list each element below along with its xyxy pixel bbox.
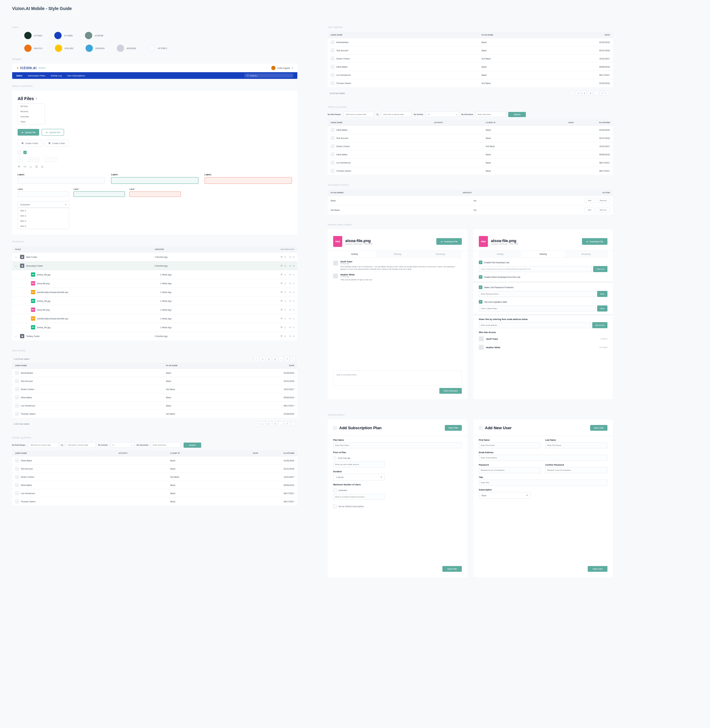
file-row[interactable]: EPSaddditionally-thisisanotherfile.eps1 … — [12, 314, 297, 323]
tab-activity-2[interactable]: Activity — [479, 251, 522, 257]
activity-row[interactable]: ☺Olivia BatesBasic05/06/2010 — [12, 481, 297, 489]
activity-select-2[interactable]: All▾ — [426, 111, 459, 117]
dropdown-item[interactable]: Item 4 — [18, 224, 69, 229]
page-number[interactable]: 2 — [266, 356, 271, 361]
duration-select[interactable]: 1 Month▾ — [333, 474, 385, 480]
user-row[interactable]: ☺Test AccountBasic02/21/2018 — [328, 46, 613, 54]
page-number[interactable]: ... — [279, 356, 283, 361]
checkbox-default[interactable] — [333, 505, 336, 508]
nav-item[interactable]: Subscription Plans — [28, 75, 45, 77]
activity-row[interactable]: ☺Olivia BatesBasic01/03/2016 — [328, 126, 613, 134]
nav-item[interactable]: Activity Log — [51, 75, 62, 77]
upload-file-button-outline[interactable]: ☁Upload File — [41, 129, 64, 136]
download-link[interactable]: https://mobile.panzuracloud.com/file/pub… — [479, 266, 592, 272]
title-input[interactable] — [479, 480, 607, 486]
user-row[interactable]: ☺Sriram CheluriNot Basic10/31/2017 — [328, 54, 613, 63]
search-button-2[interactable]: Search — [508, 112, 526, 117]
menu-item[interactable]: Recents — [18, 109, 45, 114]
activity-select[interactable]: All▾ — [110, 442, 134, 448]
file-row[interactable]: PNGalsoa-file.png1 Week Ago👁 1 ⚯ 1 — [12, 279, 297, 287]
activity-row[interactable]: ☺Sriram CheluriNot Basic10/31/2017 — [12, 473, 297, 481]
upload-file-button[interactable]: ☁Upload File — [18, 129, 39, 136]
create-folder-button-2[interactable]: ▦Create Folder — [45, 140, 69, 146]
nav-item[interactable]: User Subscriptions — [67, 75, 85, 77]
dropdown[interactable]: Dropdown▾ — [18, 201, 69, 208]
date-to[interactable] — [66, 442, 96, 448]
password-input[interactable] — [479, 291, 596, 297]
page-next-2[interactable]: › — [35, 157, 40, 162]
username-input-2[interactable] — [475, 111, 506, 117]
create-folder-button[interactable]: ▦Create Folder — [18, 140, 42, 146]
search-button[interactable]: Search — [183, 442, 201, 448]
user-row[interactable]: ☺Test AccountBasic02/21/2018 — [12, 377, 297, 385]
page-number[interactable]: ... — [279, 421, 283, 426]
save-password-button[interactable]: Save — [597, 291, 607, 297]
date-from[interactable] — [28, 442, 58, 448]
expand-icon[interactable]: > — [15, 256, 18, 258]
page-number[interactable]: 1 — [576, 91, 581, 95]
file-row[interactable]: PNGalsoa-file.png1 Week Ago👁 1 ⚯ 1 — [12, 305, 297, 314]
page-prev[interactable]: ‹ — [254, 421, 259, 426]
nav-item[interactable]: Users — [16, 75, 22, 77]
subscription-select[interactable]: Basic▾ — [479, 492, 530, 499]
toggle-download-link[interactable]: ✓ — [479, 261, 483, 264]
file-row[interactable]: JPGthisisa_file.jpg1 Week Ago👁 1 ⚯ 1 — [12, 323, 297, 331]
confirm-password-field[interactable] — [545, 467, 607, 473]
first-name-input[interactable] — [479, 442, 541, 448]
activity-row[interactable]: ☺Thomas OwensBasic08/17/2017 — [328, 167, 613, 175]
nav-search[interactable]: ⊙ Search... — [245, 73, 293, 78]
input-default[interactable] — [18, 177, 105, 184]
menu-item[interactable]: All Files — [18, 104, 45, 109]
expand-icon[interactable]: v — [15, 265, 18, 267]
plan-name-input[interactable] — [333, 442, 462, 448]
expiration-input[interactable] — [479, 305, 596, 312]
page-number[interactable]: 3 — [273, 421, 277, 426]
post-comment-button[interactable]: Post Comment — [439, 388, 462, 394]
input-focus[interactable] — [111, 177, 198, 184]
page-number[interactable]: 7 — [600, 91, 605, 95]
page-number[interactable]: 3 — [588, 91, 593, 95]
input-small[interactable] — [18, 191, 69, 197]
download-button[interactable]: ☁Download File — [436, 238, 462, 245]
menu-item[interactable]: Favorites — [18, 114, 45, 119]
activity-row[interactable]: ☺Olivia BatesBasic05/06/2010 — [328, 150, 613, 158]
edit-button[interactable]: Edit — [585, 198, 594, 203]
toggle-password[interactable]: ✓ — [479, 286, 483, 289]
edit-button[interactable]: Edit — [585, 208, 594, 212]
radio-free[interactable] — [333, 457, 336, 460]
download-button-2[interactable]: ☁Download File — [582, 238, 607, 245]
comment-input[interactable]: Add a comment here... — [333, 371, 462, 385]
activity-row[interactable]: ☺Lori HendersonBasic08/17/2017 — [12, 489, 297, 497]
activity-row[interactable]: ☺Olivia BatesBasic01/03/2016 — [12, 456, 297, 464]
menu-item[interactable]: Trash — [18, 119, 45, 125]
checkbox-unlimited[interactable] — [333, 489, 336, 492]
activity-row[interactable]: ☺Test AccountBasic02/21/2018 — [12, 464, 297, 473]
file-row[interactable]: JPGthisisa_file.jpg1 Week Ago👁 1 ⚯ 1 — [12, 270, 297, 279]
file-row[interactable]: v▦Secondary Folder2 Months Ago👁 8 ⚯ 0 — [12, 261, 297, 270]
page-next[interactable]: › — [18, 157, 22, 162]
date-from-2[interactable] — [343, 111, 374, 117]
save-plan-top[interactable]: Save Plan — [445, 425, 462, 431]
file-row[interactable]: EPSaddditionally-thisisanotherfile.eps1 … — [12, 287, 297, 296]
page-prev[interactable]: ‹ — [28, 157, 33, 162]
dropdown-item[interactable]: Item 3 — [18, 218, 69, 224]
tab-sharing-2[interactable]: Sharing — [522, 251, 564, 257]
all-files-title[interactable]: All Files▾ — [18, 96, 292, 101]
remove-button[interactable]: Remove — [597, 198, 610, 203]
activity-row[interactable]: ☺Thomas OwensBasic08/17/2017 — [12, 497, 297, 505]
max-users-input[interactable] — [333, 494, 385, 500]
tab-activity[interactable]: Activity — [333, 251, 376, 257]
user-row[interactable]: ☺Thomas OwensNot Basic01/03/2016 — [12, 410, 297, 418]
tab-versions[interactable]: Version(s) — [419, 251, 462, 257]
toggle-expiration[interactable]: ✓ — [479, 300, 483, 304]
page-number[interactable]: ... — [594, 91, 599, 95]
page-number[interactable]: 7 — [285, 356, 289, 361]
user-row[interactable]: ☺Thomas OwensNot Basic01/03/2016 — [328, 79, 613, 87]
file-row[interactable]: >▦Tertiary Folder2 Months Ago👁 9 ⚯ 0 — [12, 331, 297, 340]
activity-row[interactable]: ☺Sriram CheluriNot Basic10/31/2017 — [328, 142, 613, 150]
checkbox-on[interactable]: ✓ — [23, 151, 27, 154]
share-email-input[interactable] — [479, 322, 591, 328]
page-next[interactable]: › — [606, 91, 611, 95]
last-name-input[interactable] — [545, 442, 607, 448]
file-row[interactable]: >▦Main Folder2 Months Ago👁 9 ⚯ 0 — [12, 252, 297, 261]
